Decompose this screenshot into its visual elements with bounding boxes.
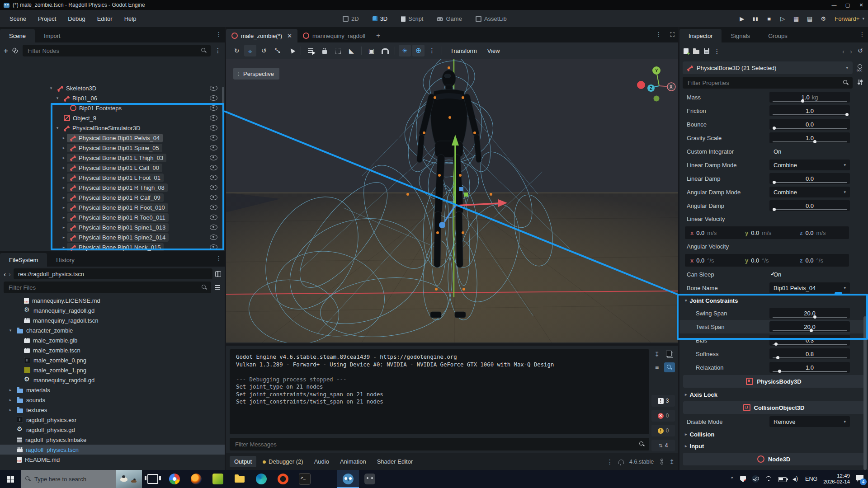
steam-tray-icon[interactable] (752, 475, 759, 483)
node-label-area[interactable]: Bip01 Footsteps (67, 104, 125, 113)
section-input[interactable]: ▸Input (679, 440, 868, 452)
visibility-eye-icon[interactable] (210, 215, 217, 220)
menu-project[interactable]: Project (32, 13, 62, 24)
visibility-eye-icon[interactable] (210, 86, 217, 91)
vector-y-field[interactable]: y0.0°/s (740, 257, 794, 264)
section-collision[interactable]: ▸Collision (679, 428, 868, 440)
volume-icon[interactable] (793, 476, 799, 482)
tree-row[interactable]: ▾Bip01_06 (0, 93, 225, 103)
taskbar-app-explorer[interactable] (229, 470, 250, 488)
value-field-softness[interactable]: 0.8 (769, 348, 850, 359)
slider-track[interactable] (773, 101, 847, 102)
chevron-closed-icon[interactable]: ▸ (61, 215, 67, 220)
tab-inspector[interactable]: Inspector (679, 29, 722, 42)
select-list-icon[interactable] (305, 45, 317, 56)
slider-track[interactable] (773, 371, 847, 372)
file-row[interactable]: README.md (0, 455, 225, 465)
panel-options-icon[interactable]: ⋮ (607, 459, 613, 465)
tool-rotate-icon[interactable]: ↺ (258, 45, 270, 56)
slider-grabber[interactable] (773, 127, 776, 130)
chevron-closed-icon[interactable]: ▸ (61, 136, 67, 140)
chevron-closed-icon[interactable]: ▸ (61, 235, 67, 239)
tree-row[interactable]: ▸Physical Bone Bip01 R Toe0_011 (0, 212, 225, 222)
notification-center[interactable]: 4 (856, 475, 863, 483)
node-label-area[interactable]: Physical Bone Bip01 Spine2_014 (67, 233, 169, 242)
battery-icon[interactable] (778, 477, 787, 482)
notification-bell-icon[interactable] (618, 460, 624, 464)
resource-path[interactable]: res://ragdoll_physics.tscn (14, 268, 212, 279)
slider-grabber[interactable] (845, 113, 849, 116)
copy-log-icon[interactable] (664, 349, 675, 359)
vector-x-field[interactable]: x0.0m/s (685, 230, 740, 236)
chevron-closed-icon[interactable]: ▸ (61, 205, 67, 210)
property-control[interactable]: 0.0 (769, 119, 850, 130)
slider-track[interactable] (773, 114, 847, 115)
filter-properties-input[interactable] (687, 79, 840, 87)
tool-select-icon[interactable]: ↻ (231, 45, 243, 56)
bottom-tab-debugger-2[interactable]: Debugger (2) (258, 456, 308, 467)
chevron-closed-icon[interactable]: ▸ (61, 145, 67, 150)
tab-import[interactable]: Import (35, 29, 70, 42)
chevron-open-icon[interactable]: ▾ (54, 126, 61, 130)
filter-files-box[interactable] (4, 282, 211, 293)
slider-grabber[interactable] (778, 370, 781, 373)
node-label-area[interactable]: Skeleton3D (54, 86, 99, 93)
close-button[interactable]: ✕ (854, 0, 868, 10)
filter-messages-input[interactable] (234, 441, 639, 448)
visibility-eye-icon[interactable] (210, 115, 217, 121)
tree-row[interactable]: ▸Physical Bone Bip01 R Thigh_08 (0, 183, 225, 192)
maximize-button[interactable]: ▢ (841, 0, 854, 10)
viewport-3d[interactable]: Y Z X ⋮ Perspective (226, 59, 678, 343)
visibility-eye-icon[interactable] (210, 205, 217, 210)
visibility-eye-icon[interactable] (210, 235, 217, 240)
chevron-closed-icon[interactable]: ▸ (7, 408, 14, 412)
file-row[interactable]: mannequiny.LICENSE.md (0, 296, 225, 305)
version-control-icon[interactable] (659, 459, 664, 465)
visibility-eye-icon[interactable] (210, 125, 217, 131)
nav-back-icon[interactable]: ‹ (4, 271, 6, 277)
resource-options-icon[interactable]: ⋮ (714, 48, 720, 54)
property-control[interactable]: 20.0 (769, 308, 850, 319)
inspector-scrollbar[interactable] (863, 316, 867, 470)
chevron-open-icon[interactable]: ▾ (54, 96, 61, 100)
value-field-swing-span[interactable]: 20.0 (769, 308, 850, 319)
perspective-button[interactable]: ⋮ Perspective (233, 68, 279, 80)
slider-track[interactable] (773, 344, 847, 345)
filter-files-input[interactable] (8, 284, 199, 291)
value-field-angular-damp[interactable]: 0.0 (769, 200, 850, 211)
movie-maker-button[interactable]: ▤ (804, 13, 816, 24)
expand-bottom-panel-icon[interactable]: ↥ (669, 459, 675, 465)
tool-move-icon[interactable] (244, 45, 256, 56)
slider-track[interactable] (773, 128, 847, 129)
file-row[interactable]: male_zombie.glb (0, 335, 225, 345)
taskbar-app-photos[interactable] (207, 470, 229, 488)
node-label-area[interactable]: PhysicalBoneSimulator3D (61, 124, 143, 132)
save-resource-icon[interactable] (704, 48, 709, 54)
value-field-friction[interactable]: 1.0 (769, 105, 850, 116)
slider-grabber[interactable] (774, 343, 778, 346)
more-options-icon[interactable]: ⋮ (426, 45, 438, 56)
slider-track[interactable] (773, 317, 847, 318)
play-custom-scene-button[interactable]: ▦ (790, 13, 802, 24)
slider-grabber[interactable] (773, 181, 776, 184)
node-label-area[interactable]: Physical Bone Bip01 R Toe0_011 (67, 213, 169, 222)
dropdown-linear-damp-mode[interactable]: Combine▾ (769, 160, 850, 170)
visibility-eye-icon[interactable] (210, 175, 217, 180)
nav-forward-icon[interactable]: › (9, 271, 11, 277)
chevron-closed-icon[interactable]: ▸ (61, 195, 67, 200)
wifi-icon[interactable] (765, 476, 772, 482)
tree-row[interactable]: ▸Physical Bone Bip01 Spine_05 (0, 143, 225, 153)
taskbar-app-edge[interactable] (250, 470, 272, 488)
file-row[interactable]: ragdoll_physics.tscn (0, 445, 225, 455)
close-tab-icon[interactable]: ✕ (287, 33, 292, 39)
visibility-eye-icon[interactable] (210, 195, 217, 200)
start-button[interactable] (0, 470, 21, 488)
section-joint-constraints[interactable]: ▾Joint Constraints (679, 295, 868, 306)
expand-viewport-icon[interactable]: ⛶ (670, 31, 675, 38)
chevron-closed-icon[interactable]: ▸ (61, 225, 67, 230)
file-row[interactable]: male_zombie_0.png (0, 355, 225, 365)
chevron-closed-icon[interactable]: ▸ (61, 245, 67, 249)
defender-icon[interactable] (740, 476, 746, 482)
workspace-tab-2d[interactable]: 2D (338, 14, 363, 24)
taskbar-app-terminal[interactable] (294, 470, 316, 488)
